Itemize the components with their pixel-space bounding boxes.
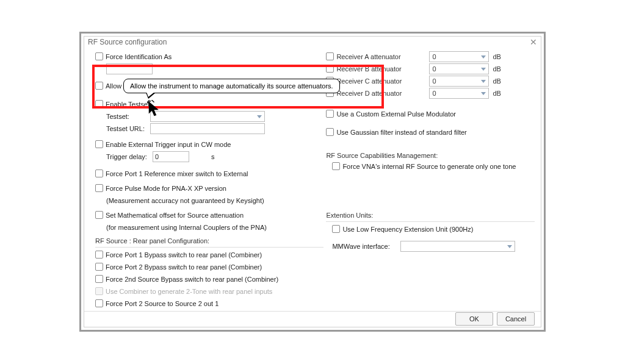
math-offset-row: Set Mathematical offset for Source atten… — [95, 209, 323, 221]
trigger-delay-label: Trigger delay: — [106, 153, 153, 160]
rp-opt2-checkbox[interactable] — [95, 263, 103, 271]
attn-a-value: 0 — [432, 53, 436, 60]
rp-opt3-row: Force 2nd Source Bypass switch to rear p… — [95, 273, 323, 285]
rp-opt1-checkbox[interactable] — [95, 251, 103, 259]
mmw-combo[interactable] — [400, 241, 515, 252]
attn-b-row: Receiver B attenuator 0 dB — [326, 63, 535, 75]
gaussian-row: Use Gaussian filter instead of standard … — [326, 126, 535, 138]
testset-combo[interactable] — [150, 111, 265, 122]
rear-panel-title: RF Source : Rear panel Configuration: — [95, 237, 323, 244]
force-port1-ref-row: Force Port 1 Reference mixer switch to E… — [95, 168, 323, 180]
force-pulse-label: Force Pulse Mode for PNA-X XP version — [106, 185, 226, 192]
ext-trigger-row: Enable External Trigger input in CW mode — [95, 138, 323, 151]
testset-row: Testset: — [95, 110, 323, 123]
tooltip-text: Allow the instrument to manage automatic… — [130, 82, 333, 90]
mmw-label: MMWave interface: — [332, 243, 398, 250]
force-pulse-row: Force Pulse Mode for PNA-X XP version — [95, 182, 323, 194]
rp-opt5-label: Force Port 2 Source to Source 2 out 1 — [106, 300, 219, 307]
attn-c-combo[interactable]: 0 — [429, 76, 489, 87]
force-port1-ref-checkbox[interactable] — [95, 170, 103, 177]
titlebar: RF Source configuration ✕ — [84, 37, 541, 48]
attn-c-label: Receiver C attenuator — [336, 77, 429, 85]
attn-c-value: 0 — [432, 77, 436, 85]
testset-url-input[interactable] — [150, 123, 265, 134]
trigger-delay-unit: s — [211, 153, 215, 160]
force-port1-ref-label: Force Port 1 Reference mixer switch to E… — [106, 170, 248, 177]
dialog-footer: OK Cancel — [84, 311, 541, 327]
right-column: Receiver A attenuator 0 dB Receiver B at… — [323, 51, 535, 310]
rp-opt5-row: Force Port 2 Source to Source 2 out 1 — [95, 298, 323, 310]
rp-opt4-row: Use Combiner to generate 2-Tone with rea… — [95, 285, 323, 298]
math-offset-note: (for measurement using Internal Couplers… — [106, 224, 267, 231]
attn-d-value: 0 — [432, 90, 436, 97]
force-id-label: Force Identification As — [106, 53, 172, 60]
attn-a-row: Receiver A attenuator 0 dB — [326, 51, 535, 63]
mmw-row: MMWave interface: — [332, 240, 535, 252]
attn-b-value: 0 — [432, 65, 436, 73]
rp-opt5-checkbox[interactable] — [95, 299, 103, 307]
attn-c-row: Receiver C attenuator 0 dB — [326, 75, 535, 87]
enable-testset-row: Enable Testset — [95, 98, 323, 110]
rp-opt1-label: Force Port 1 Bypass switch to rear panel… — [106, 251, 262, 259]
testset-url-row: Testset URL: — [95, 123, 323, 135]
gaussian-checkbox[interactable] — [326, 128, 334, 136]
testset-label: Testset: — [106, 113, 148, 120]
caps-title: RF Source Capabilities Management: — [326, 152, 535, 159]
rear-panel-divider — [95, 247, 323, 248]
attn-b-label: Receiver B attenuator — [336, 65, 429, 73]
ext-lowfreq-label: Use Low Frequency Extension Unit (900Hz) — [342, 226, 473, 233]
gaussian-label: Use Gaussian filter instead of standard … — [336, 129, 466, 136]
attn-c-unit: dB — [493, 77, 500, 85]
enable-testset-checkbox[interactable] — [95, 100, 103, 108]
allow-autorange-checkbox[interactable] — [95, 82, 103, 90]
rp-opt3-label: Force 2nd Source Bypass switch to rear p… — [106, 276, 278, 283]
outer-frame: RF Source configuration ✕ Allow the inst… — [79, 32, 546, 332]
attn-b-checkbox[interactable] — [326, 65, 334, 73]
cancel-button[interactable]: Cancel — [497, 312, 535, 326]
enable-testset-label: Enable Testset — [106, 101, 150, 108]
custom-pulse-label: Use a Custom External Pulse Modulator — [336, 110, 456, 118]
trigger-delay-input[interactable] — [153, 151, 189, 162]
trigger-delay-row: Trigger delay: s — [95, 151, 323, 163]
rp-opt1-row: Force Port 1 Bypass switch to rear panel… — [95, 249, 323, 261]
rp-opt4-label: Use Combiner to generate 2-Tone with rea… — [106, 288, 272, 295]
ext-trigger-label: Enable External Trigger input in CW mode — [106, 141, 231, 148]
math-offset-note-row: (for measurement using Internal Couplers… — [95, 221, 323, 234]
force-id-row: Force Identification As — [95, 51, 323, 63]
force-pulse-note-row: (Measurement accuracy not guaranteed by … — [95, 194, 323, 207]
rp-opt3-checkbox[interactable] — [95, 275, 103, 283]
attn-d-combo[interactable]: 0 — [429, 88, 489, 99]
force-id-input[interactable] — [106, 63, 153, 74]
dialog-content: Allow the instrument to manage automatic… — [84, 48, 541, 311]
math-offset-label: Set Mathematical offset for Source atten… — [106, 212, 244, 219]
rp-opt2-label: Force Port 2 Bypass switch to rear panel… — [106, 263, 262, 271]
custom-pulse-checkbox[interactable] — [326, 110, 334, 118]
ext-divider — [326, 221, 535, 222]
ok-button[interactable]: OK — [455, 312, 493, 326]
ext-trigger-checkbox[interactable] — [95, 140, 103, 148]
window-title: RF Source configuration — [88, 38, 167, 46]
caps-opt-label: Force VNA's internal RF Source to genera… — [342, 163, 516, 170]
attn-a-unit: dB — [493, 53, 500, 60]
force-id-checkbox[interactable] — [95, 52, 103, 60]
force-pulse-checkbox[interactable] — [95, 184, 103, 192]
attn-a-combo[interactable]: 0 — [429, 51, 489, 62]
force-pulse-note: (Measurement accuracy not guaranteed by … — [106, 197, 264, 204]
caps-opt-row: Force VNA's internal RF Source to genera… — [332, 160, 535, 173]
caps-opt-checkbox[interactable] — [332, 162, 340, 170]
custom-pulse-row: Use a Custom External Pulse Modulator — [326, 108, 535, 120]
attn-b-combo[interactable]: 0 — [429, 63, 489, 74]
ext-lowfreq-row: Use Low Frequency Extension Unit (900Hz) — [332, 223, 535, 235]
math-offset-checkbox[interactable] — [95, 211, 103, 219]
close-icon[interactable]: ✕ — [530, 37, 537, 47]
attn-a-checkbox[interactable] — [326, 52, 334, 60]
ext-title: Extention Units: — [326, 212, 535, 219]
rp-opt4-checkbox — [95, 287, 103, 295]
attn-d-label: Receiver D attenuator — [336, 90, 429, 97]
ext-lowfreq-checkbox[interactable] — [332, 225, 340, 233]
attn-d-unit: dB — [493, 90, 500, 97]
tooltip-balloon: Allow the instrument to manage automatic… — [123, 79, 340, 93]
attn-d-row: Receiver D attenuator 0 dB — [326, 87, 535, 99]
force-id-input-row — [95, 63, 323, 75]
attn-b-unit: dB — [493, 65, 500, 73]
